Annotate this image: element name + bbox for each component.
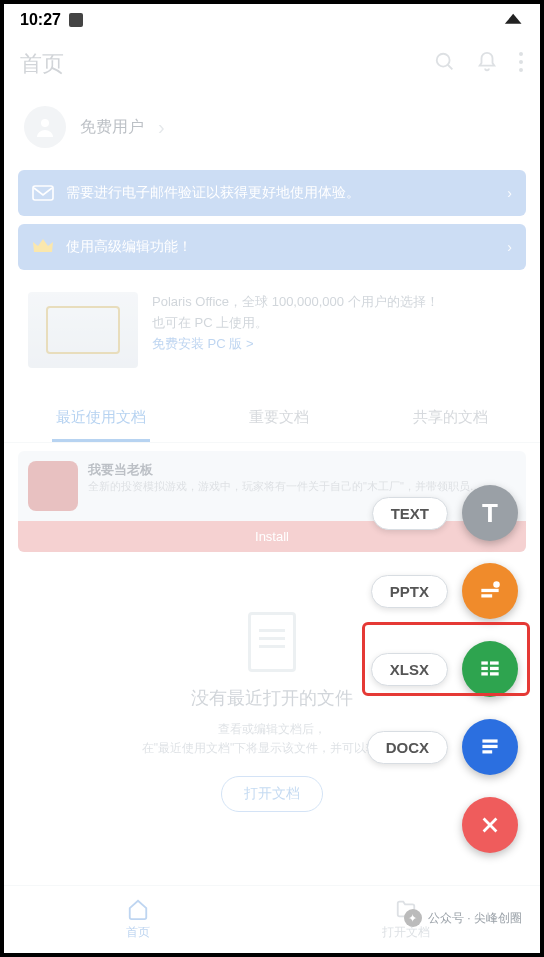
fab-pptx-row[interactable]: PPTX: [371, 563, 518, 619]
tab-shared[interactable]: 共享的文档: [409, 396, 492, 442]
status-app-icon: [69, 13, 83, 27]
more-icon[interactable]: [518, 51, 524, 77]
nav-home[interactable]: 首页: [4, 886, 272, 953]
fab-close-button[interactable]: [462, 797, 518, 853]
chevron-right-icon: ›: [158, 116, 165, 139]
svg-rect-14: [481, 672, 488, 675]
email-verify-banner[interactable]: 需要进行电子邮件验证以获得更好地使用体验。 ›: [18, 170, 526, 216]
open-doc-button[interactable]: 打开文档: [221, 776, 323, 812]
fab-xlsx-row[interactable]: XLSX: [371, 641, 518, 697]
app-header: 首页: [4, 36, 540, 92]
fab-docx-label: DOCX: [367, 731, 448, 764]
mail-icon: [32, 184, 54, 202]
svg-rect-6: [33, 186, 53, 200]
banner-text: 需要进行电子邮件验证以获得更好地使用体验。: [66, 184, 360, 202]
ad-thumb-icon: [28, 461, 78, 511]
svg-rect-7: [481, 589, 498, 592]
svg-rect-8: [481, 594, 492, 597]
svg-rect-17: [482, 745, 497, 748]
status-icons: [504, 10, 524, 30]
pc-promo[interactable]: Polaris Office，全球 100,000,000 个用户的选择！ 也可…: [18, 278, 526, 382]
watermark-text: 公众号 · 尖峰创圈: [428, 910, 522, 927]
fab-text-button[interactable]: T: [462, 485, 518, 541]
svg-rect-12: [481, 667, 488, 670]
bell-icon[interactable]: [476, 51, 498, 77]
tab-important[interactable]: 重要文档: [245, 396, 313, 442]
fab-pptx-button[interactable]: [462, 563, 518, 619]
svg-point-5: [41, 119, 49, 127]
status-bar: 10:27: [4, 4, 540, 36]
fab-docx-row[interactable]: DOCX: [367, 719, 518, 775]
search-icon[interactable]: [434, 51, 456, 77]
fab-docx-button[interactable]: [462, 719, 518, 775]
svg-rect-15: [490, 672, 499, 675]
crown-icon: [32, 238, 54, 256]
svg-rect-13: [490, 667, 499, 670]
page-title: 首页: [20, 49, 434, 79]
promo-image: [28, 292, 138, 368]
svg-point-3: [519, 60, 523, 64]
user-label: 免费用户: [80, 117, 144, 138]
svg-point-0: [437, 54, 450, 67]
svg-point-4: [519, 68, 523, 72]
chevron-right-icon: ›: [507, 185, 512, 201]
nav-home-label: 首页: [126, 924, 150, 941]
svg-rect-11: [490, 661, 499, 664]
fab-menu: TEXT T PPTX XLSX DOCX: [367, 485, 518, 853]
fab-text-label: TEXT: [372, 497, 448, 530]
wechat-icon: ✦: [404, 909, 422, 927]
svg-point-2: [519, 52, 523, 56]
banner-text: 使用高级编辑功能！: [66, 238, 192, 256]
svg-rect-18: [482, 750, 492, 753]
fab-xlsx-label: XLSX: [371, 653, 448, 686]
promo-line1: Polaris Office，全球 100,000,000 个用户的选择！: [152, 292, 439, 313]
avatar-icon: [24, 106, 66, 148]
status-time: 10:27: [20, 11, 61, 29]
promo-link[interactable]: 免费安装 PC 版 >: [152, 334, 439, 355]
fab-xlsx-button[interactable]: [462, 641, 518, 697]
fab-text-row[interactable]: TEXT T: [372, 485, 518, 541]
ad-title: 我要当老板: [88, 461, 516, 479]
chevron-right-icon: ›: [507, 239, 512, 255]
svg-line-1: [448, 65, 453, 70]
svg-rect-10: [481, 661, 488, 664]
premium-banner[interactable]: 使用高级编辑功能！ ›: [18, 224, 526, 270]
svg-rect-16: [482, 739, 497, 742]
user-row[interactable]: 免费用户 ›: [4, 92, 540, 162]
document-icon: [248, 612, 296, 672]
svg-point-9: [493, 581, 500, 588]
watermark: ✦ 公众号 · 尖峰创圈: [404, 909, 522, 927]
promo-line2: 也可在 PC 上使用。: [152, 313, 439, 334]
fab-pptx-label: PPTX: [371, 575, 448, 608]
doc-tabs: 最近使用文档 重要文档 共享的文档: [4, 396, 540, 443]
tab-recent[interactable]: 最近使用文档: [52, 396, 150, 442]
